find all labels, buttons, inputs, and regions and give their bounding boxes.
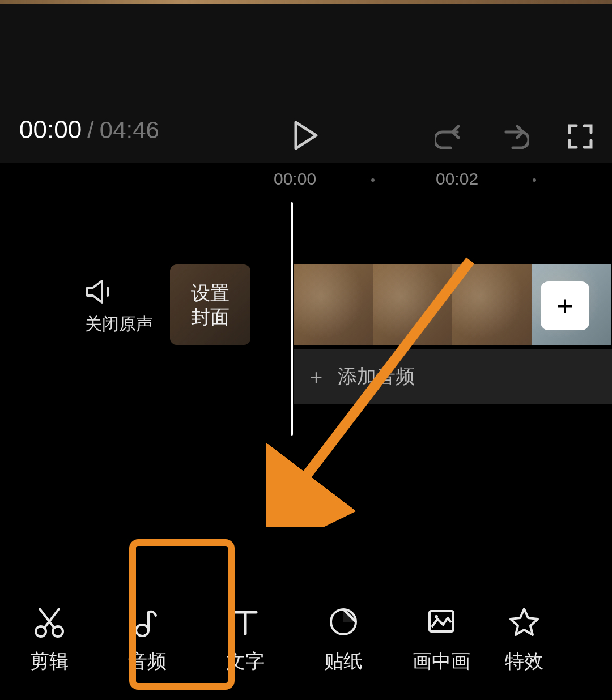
svg-point-11: [435, 615, 438, 618]
fullscreen-button[interactable]: [564, 121, 596, 152]
plus-icon: ＋: [306, 363, 326, 391]
add-audio-label: 添加音频: [338, 364, 415, 390]
set-cover-button[interactable]: 设置 封面: [170, 264, 250, 345]
music-note-icon: [131, 605, 164, 638]
tool-pip[interactable]: 画中画: [392, 605, 490, 675]
clip-thumbnail[interactable]: [373, 264, 452, 345]
clip-thumbnail[interactable]: [452, 264, 532, 345]
play-button[interactable]: [289, 118, 323, 152]
cover-label-line1: 设置: [191, 281, 230, 305]
play-icon: [294, 121, 318, 150]
ruler-label: 00:02: [436, 169, 478, 189]
redo-button[interactable]: [499, 121, 530, 152]
plus-icon: +: [556, 289, 573, 322]
timeline-ruler[interactable]: 00:00 00:02: [0, 163, 612, 197]
timeline-zone[interactable]: 关闭原声 设置 封面 + ＋ 添加音频: [0, 197, 612, 507]
sticker-icon: [327, 605, 360, 638]
ruler-label: 00:00: [274, 169, 316, 189]
ruler-dot: [371, 178, 375, 182]
redo-icon: [500, 124, 529, 149]
tool-label: 剪辑: [30, 648, 69, 675]
mute-original-audio[interactable]: 关闭原声: [85, 279, 153, 336]
player-time-text: 00:00 / 04:46: [19, 116, 159, 144]
tool-label: 特效: [505, 648, 543, 675]
add-clip-button[interactable]: +: [541, 281, 589, 330]
speaker-icon: [85, 279, 117, 305]
star-icon: [508, 605, 541, 638]
bottom-toolbar: 剪辑 音频 文字 贴纸 画中画: [0, 595, 612, 685]
tool-cut[interactable]: 剪辑: [0, 605, 98, 675]
tool-text[interactable]: 文字: [196, 605, 294, 675]
tool-label: 文字: [226, 648, 265, 675]
tool-sticker[interactable]: 贴纸: [294, 605, 392, 675]
pip-icon: [425, 605, 458, 638]
svg-point-6: [136, 625, 148, 636]
clip-thumbnail[interactable]: [294, 264, 373, 345]
tool-effect[interactable]: 特效: [490, 605, 558, 675]
cover-label-line2: 封面: [191, 305, 230, 328]
tool-label: 音频: [128, 648, 167, 675]
timeline-playhead[interactable]: [291, 202, 293, 436]
video-preview-strip: [0, 0, 612, 4]
scissors-icon: [33, 605, 66, 638]
fullscreen-icon: [567, 123, 593, 150]
tool-audio[interactable]: 音频: [98, 605, 196, 675]
ruler-dot: [533, 178, 536, 182]
tool-label: 画中画: [413, 648, 470, 675]
add-audio-track[interactable]: ＋ 添加音频: [294, 349, 612, 404]
svg-marker-0: [296, 122, 316, 148]
video-preview-area: 00:00 / 04:46: [0, 4, 612, 163]
text-icon: [229, 605, 262, 638]
undo-icon: [435, 124, 463, 149]
current-time: 00:00: [19, 116, 82, 144]
tool-label: 贴纸: [324, 648, 363, 675]
mute-label: 关闭原声: [85, 313, 153, 336]
total-time: 04:46: [100, 117, 159, 144]
undo-button[interactable]: [433, 121, 465, 152]
time-separator: /: [87, 117, 94, 144]
